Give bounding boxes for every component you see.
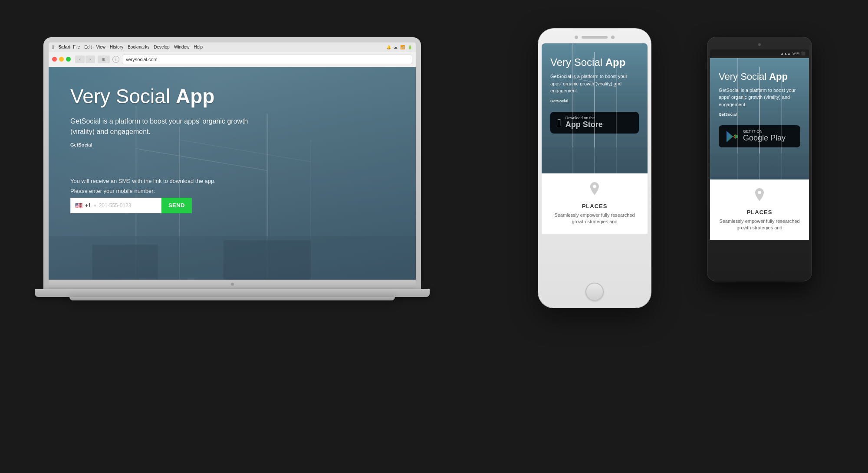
laptop-foot <box>69 297 395 300</box>
android-places-section: PLACES Seamlessly empower fully research… <box>710 179 809 240</box>
android-camera-icon <box>758 43 761 46</box>
android-hero-section: Very Social App GetSocial is a platform … <box>710 58 809 179</box>
android-status-icons: ▲▲▲ WiFi ⬛ <box>780 52 806 55</box>
iphone-screen: Very Social App GetSocial is a platform … <box>542 43 648 277</box>
laptop-base <box>35 289 430 297</box>
web-page-title: Very Social App <box>70 85 394 108</box>
iphone-speaker <box>582 36 608 39</box>
web-description: GetSocial is a platform to boost your ap… <box>70 116 261 137</box>
nav-arrows: ‹ › <box>75 55 95 63</box>
url-text: verysocial.com <box>126 57 158 62</box>
app-brand: GetSocial <box>550 99 639 103</box>
iphone-bottom <box>542 283 648 301</box>
laptop-lid-bottom <box>49 280 416 289</box>
android-body: ▲▲▲ WiFi ⬛ Ver <box>707 37 812 281</box>
svg-rect-13 <box>542 147 648 173</box>
laptop-screen: Very Social App GetSocial is a platform … <box>49 67 416 280</box>
menu-history[interactable]: History <box>110 45 123 49</box>
app-places-section: PLACES Seamlessly empower fully research… <box>542 173 648 234</box>
places-description: Seamlessly empower fully researched grow… <box>550 212 639 225</box>
url-bar[interactable]: verysocial.com <box>122 55 412 64</box>
menu-safari[interactable]: Safari <box>58 45 70 49</box>
close-button[interactable] <box>52 57 57 62</box>
wifi-icon: 📶 <box>400 45 405 49</box>
laptop-outer:  Safari File Edit View History Bookmark… <box>43 37 421 289</box>
sms-info-text: You will receive an SMS with the link to… <box>70 178 394 184</box>
laptop:  Safari File Edit View History Bookmark… <box>43 37 421 300</box>
maximize-button[interactable] <box>66 57 71 62</box>
app-title-bold: App <box>605 56 626 68</box>
laptop-menubar:  Safari File Edit View History Bookmark… <box>49 42 416 52</box>
cloud-icon: ☁ <box>394 45 398 49</box>
menu-items: File Edit View History Bookmarks Develop… <box>73 45 203 49</box>
notification-icon: 🔔 <box>386 45 391 49</box>
svg-rect-7 <box>92 245 158 280</box>
android-places-title: PLACES <box>747 209 773 215</box>
android-app-title: Very Social App <box>719 71 800 82</box>
flag-icon: 🇺🇸 <box>75 202 82 209</box>
battery-icon: 🔋 <box>408 45 412 49</box>
android-places-description: Seamlessly empower fully researched grow… <box>719 218 800 232</box>
menu-window[interactable]: Window <box>174 45 190 49</box>
android-screen: ▲▲▲ WiFi ⬛ Ver <box>710 49 809 275</box>
battery-status-icon: ⬛ <box>801 52 806 55</box>
tab-view-button[interactable]: ⊞ <box>98 55 110 63</box>
phone-row: 🇺🇸 +1 ▾ 201-555-0123 SEND <box>70 198 192 213</box>
scene:  Safari File Edit View History Bookmark… <box>22 20 846 453</box>
app-hero-content: Very Social App GetSocial is a platform … <box>550 56 639 103</box>
browser-chrome: ‹ › ⊞ i verysocial.com <box>49 52 416 67</box>
menu-help[interactable]: Help <box>194 45 203 49</box>
iphone-top <box>542 36 648 39</box>
android-device: ▲▲▲ WiFi ⬛ Ver <box>707 37 812 281</box>
home-button[interactable] <box>585 283 604 301</box>
traffic-lights <box>52 57 71 62</box>
webcam-icon <box>231 283 234 286</box>
back-button[interactable]: ‹ <box>75 55 85 63</box>
country-code: +1 <box>85 202 91 209</box>
android-statusbar: ▲▲▲ WiFi ⬛ <box>710 49 809 58</box>
svg-rect-8 <box>224 240 311 280</box>
menu-develop[interactable]: Develop <box>154 45 170 49</box>
svg-rect-17 <box>710 153 809 179</box>
android-top <box>710 43 809 46</box>
app-hero-section: Very Social App GetSocial is a platform … <box>542 43 648 173</box>
android-hero-content: Very Social App GetSocial is a platform … <box>719 71 800 117</box>
iphone-camera-icon <box>575 36 578 39</box>
menu-right-icons: 🔔 ☁ 📶 🔋 <box>386 45 412 49</box>
android-places-icon <box>753 188 766 206</box>
android-title-bold: App <box>769 71 788 82</box>
places-icon <box>589 182 601 199</box>
appstore-label-top: Download on the <box>566 116 603 120</box>
iphone-device: Very Social App GetSocial is a platform … <box>538 29 651 308</box>
wifi-status-icon: WiFi <box>792 52 799 55</box>
app-title: Very Social App <box>550 56 639 69</box>
phone-placeholder: 201-555-0123 <box>99 202 132 209</box>
menu-edit[interactable]: Edit <box>84 45 92 49</box>
places-title: PLACES <box>582 203 608 209</box>
info-button[interactable]: i <box>112 56 119 63</box>
sms-section: You will receive an SMS with the link to… <box>70 178 394 213</box>
phone-label: Please enter your mobile number: <box>70 188 394 194</box>
phone-input-box[interactable]: 🇺🇸 +1 ▾ 201-555-0123 <box>70 198 161 213</box>
app-description: GetSocial is a platform to boost your ap… <box>550 73 639 95</box>
android-brand: GetSocial <box>719 112 800 117</box>
signal-icon: ▲▲▲ <box>780 52 791 55</box>
iphone-body: Very Social App GetSocial is a platform … <box>538 29 651 308</box>
app-title-light: Very Social <box>550 56 605 68</box>
iphone-sensor-icon <box>611 36 615 39</box>
android-title-light: Very Social <box>719 71 769 82</box>
menu-bookmarks[interactable]: Bookmarks <box>128 45 149 49</box>
web-content: Very Social App GetSocial is a platform … <box>49 67 416 226</box>
android-description: GetSocial is a platform to boost your ap… <box>719 87 800 108</box>
web-title-bold: App <box>176 85 214 108</box>
menu-view[interactable]: View <box>96 45 106 49</box>
minimize-button[interactable] <box>59 57 64 62</box>
web-title-light: Very Social <box>70 85 176 108</box>
forward-button[interactable]: › <box>85 55 95 63</box>
play-label-top: GET IT ON <box>743 130 786 134</box>
web-brand: GetSocial <box>70 142 394 147</box>
send-button[interactable]: SEND <box>161 198 192 213</box>
menu-file[interactable]: File <box>73 45 80 49</box>
apple-logo-icon:  <box>52 44 54 50</box>
